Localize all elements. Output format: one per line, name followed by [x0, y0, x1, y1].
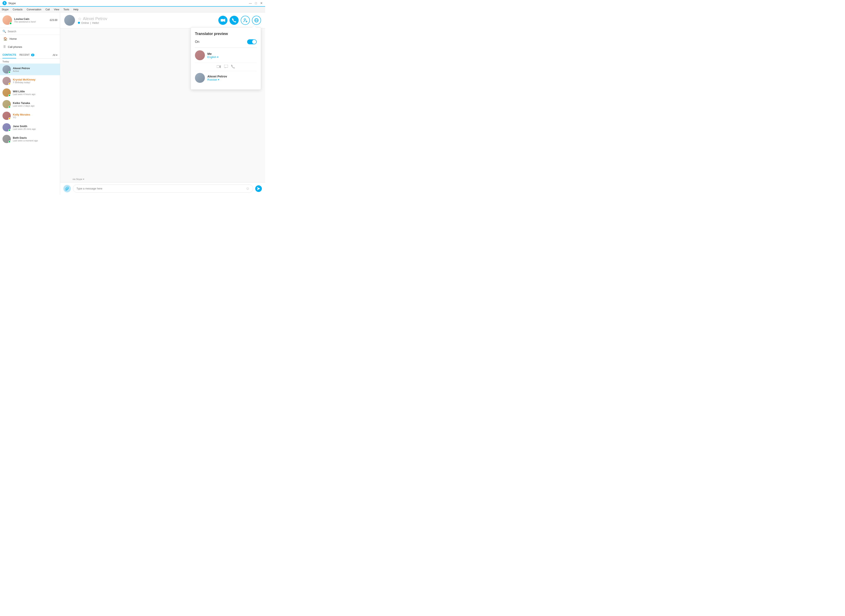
nav-call-phones[interactable]: ⠿ Call phones: [0, 43, 60, 51]
tab-contacts[interactable]: CONTACTS: [3, 52, 16, 59]
app-title: Skype: [8, 1, 16, 5]
search-icon: 🔍: [3, 29, 6, 33]
tab-recent[interactable]: RECENT 2: [19, 52, 34, 59]
contact-info: Kelly Morales YO: [13, 113, 57, 119]
menu-help[interactable]: Help: [73, 8, 78, 11]
title-bar: S Skype — □ ✕: [0, 0, 265, 7]
message-bar: via Skype ▾ ☺: [60, 182, 265, 195]
avatar: [3, 135, 11, 143]
svg-rect-9: [217, 65, 219, 68]
sidebar: Louisa Cain The weekend is here! £23.00 …: [0, 12, 60, 195]
me-info: Me English ▾: [207, 52, 219, 59]
contact-list: Alexei Petrov Active Krystal McKinney ⠿ …: [0, 63, 60, 195]
avatar: [3, 77, 11, 85]
search-input[interactable]: [8, 30, 57, 33]
svg-marker-10: [219, 65, 221, 68]
menu-skype[interactable]: Skype: [1, 8, 9, 11]
popup-person-me: Me English ▾: [195, 50, 257, 60]
menu-conversation[interactable]: Conversation: [27, 8, 41, 11]
emoji-icon[interactable]: ☺: [246, 186, 250, 191]
translator-toggle[interactable]: [247, 40, 257, 44]
menu-call[interactable]: Call: [46, 8, 50, 11]
message-input-wrap: ☺: [73, 185, 253, 192]
message-input[interactable]: [76, 187, 244, 190]
contact-popup-avatar: [195, 73, 205, 83]
list-item[interactable]: Will Little Last seen 4 hours ago: [0, 87, 60, 98]
online-status-dot: [8, 129, 10, 131]
contact-info: Alexei Petrov Active: [13, 67, 57, 72]
avatar: [3, 88, 11, 97]
svg-point-2: [244, 19, 246, 20]
contact-status: Last seen 4 hours ago: [13, 93, 57, 95]
nav-call-phones-label: Call phones: [8, 45, 22, 48]
contact-name: Jane Smith: [13, 125, 57, 128]
list-item[interactable]: Jane Smith Last seen 20 mins ago: [0, 122, 60, 133]
menu-tools[interactable]: Tools: [63, 8, 69, 11]
profile-name: Louisa Cain: [14, 18, 48, 21]
list-item[interactable]: Alexei Petrov Active: [0, 63, 60, 75]
attach-button[interactable]: [63, 185, 71, 192]
list-item[interactable]: Kelly Morales YO: [0, 110, 60, 122]
contact-language-chevron-icon: ▾: [218, 78, 219, 81]
via-dropdown-icon[interactable]: ▾: [83, 178, 84, 180]
contact-info: Will Little Last seen 4 hours ago: [13, 90, 57, 95]
popup-person-contact: Alexei Petrov Russian ▾: [195, 73, 257, 83]
header-avatar: [64, 15, 75, 26]
contact-status: YO: [13, 116, 57, 119]
popup-video-icon[interactable]: [217, 65, 221, 69]
minimize-button[interactable]: —: [249, 1, 252, 5]
me-name: Me: [207, 52, 219, 56]
contact-info: Krystal McKinney ⠿ Birthday today!: [13, 78, 57, 84]
audio-call-button[interactable]: [229, 16, 239, 25]
contact-status: Last seen 20 mins ago: [13, 128, 57, 130]
send-button[interactable]: [255, 185, 262, 192]
popup-phone-icon[interactable]: [231, 65, 235, 69]
me-language-label: English: [207, 56, 216, 59]
popup-chat-icon[interactable]: [224, 65, 228, 69]
birthday-icon: ⠿: [13, 81, 15, 84]
nav-home[interactable]: 🏠 Home: [0, 35, 60, 43]
tabs: CONTACTS RECENT 2 All ▾: [0, 52, 60, 59]
recent-badge: 2: [31, 54, 34, 56]
menu-contacts[interactable]: Contacts: [13, 8, 22, 11]
contact-name: Beth Davis: [13, 136, 57, 139]
add-person-button[interactable]: [241, 16, 250, 25]
away-status-dot: [8, 83, 10, 85]
header-info: ☆ Alexei Petrov Online | Hello!: [78, 16, 215, 25]
close-button[interactable]: ✕: [260, 1, 263, 5]
contact-language-selector[interactable]: Russian ▾: [207, 78, 227, 81]
contact-info: Beth Davis Last seen a moment ago: [13, 136, 57, 142]
search-area: 🔍: [0, 28, 60, 35]
contact-status: ⠿ Birthday today!: [13, 81, 57, 84]
svg-marker-8: [257, 187, 260, 190]
list-item[interactable]: Beth Davis Last seen a moment ago: [0, 133, 60, 145]
video-call-button[interactable]: [218, 16, 228, 25]
skype-logo-icon: S: [3, 1, 7, 5]
tab-all[interactable]: All ▾: [53, 54, 57, 57]
favorite-star-icon[interactable]: ☆: [78, 16, 82, 21]
menu-view[interactable]: View: [54, 8, 59, 11]
contact-name: Kelly Morales: [13, 113, 57, 116]
contact-info: Jane Smith Last seen 20 mins ago: [13, 125, 57, 130]
list-item[interactable]: Krystal McKinney ⠿ Birthday today!: [0, 75, 60, 87]
list-item[interactable]: Keiko Tanaka Last seen 2 days ago: [0, 98, 60, 110]
me-language-selector[interactable]: English ▾: [207, 56, 219, 59]
avatar: [3, 111, 11, 120]
main-layout: Louisa Cain The weekend is here! £23.00 …: [0, 12, 265, 195]
contact-language-label: Russian: [207, 78, 217, 81]
contact-popup-info: Alexei Petrov Russian ▾: [207, 75, 227, 81]
me-avatar: [195, 50, 205, 60]
translator-button[interactable]: [252, 16, 261, 25]
window-controls: — □ ✕: [249, 1, 263, 5]
avatar: [3, 15, 12, 25]
away-status-dot: [8, 117, 10, 120]
maximize-button[interactable]: □: [255, 1, 257, 5]
content-area: ☆ Alexei Petrov Online | Hello!: [60, 12, 265, 195]
header-contact-name: ☆ Alexei Petrov: [78, 16, 215, 21]
svg-rect-0: [220, 19, 223, 22]
contact-status: Last seen 2 days ago: [13, 104, 57, 107]
svg-rect-11: [224, 65, 228, 67]
online-status-dot: [8, 106, 10, 108]
profile-status: The weekend is here!: [14, 21, 48, 23]
contact-name: Will Little: [13, 90, 57, 93]
